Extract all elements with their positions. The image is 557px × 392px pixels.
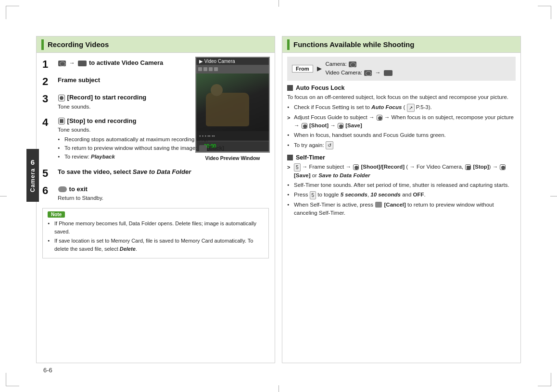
from-bar: From ▶ Camera: Video Camera: → bbox=[287, 57, 516, 81]
from-badge: From bbox=[292, 65, 313, 73]
press-key: 5 bbox=[310, 191, 316, 199]
afl-bullet-3: When in focus, handset sounds and Focus … bbox=[287, 131, 516, 139]
vcam-icon bbox=[78, 61, 87, 66]
step-3-number: 3 bbox=[42, 93, 53, 105]
from-video-camera-label: Video Camera: bbox=[326, 70, 363, 75]
note-label: Note bbox=[48, 211, 65, 218]
st-stop-icon bbox=[465, 164, 471, 170]
from-vcam-icon1 bbox=[364, 70, 372, 76]
main-content: Recording Videos ▶ Video Camera bbox=[36, 36, 521, 363]
step-6: 6 to exit Return to Standby. bbox=[42, 185, 269, 202]
note-list: If Phone memory becomes full, Data Folde… bbox=[48, 220, 264, 253]
st-bullet-1: 5 → Frame subject → [Shoot]/[Record] ( →… bbox=[287, 163, 516, 180]
self-timer-marker bbox=[287, 155, 293, 160]
chapter-tab: 6 Camera bbox=[26, 149, 39, 202]
save-icon bbox=[338, 123, 343, 129]
video-preview-screen bbox=[196, 74, 269, 131]
video-preview-icons bbox=[196, 65, 269, 74]
auto-focus-body: To focus on an off-centered subject, loc… bbox=[287, 93, 516, 102]
from-cam-icon bbox=[349, 61, 356, 67]
retry-icon: ↺ bbox=[326, 141, 333, 149]
note-box: Note If Phone memory becomes full, Data … bbox=[42, 208, 269, 258]
auto-focus-title: Auto Focus Lock bbox=[296, 85, 344, 91]
crosshair-bottom bbox=[278, 385, 279, 392]
corner-mark-tl bbox=[6, 6, 19, 19]
step-6-number: 6 bbox=[42, 185, 53, 196]
arrow: → bbox=[69, 59, 75, 67]
from-video-camera-line: Video Camera: → bbox=[326, 68, 393, 77]
right-content: From ▶ Camera: Video Camera: → bbox=[282, 53, 520, 226]
st-bullet-2: Self-Timer tone sounds. After set period… bbox=[287, 181, 516, 189]
right-panel-header: Functions Available while Shooting bbox=[282, 37, 520, 53]
from-camera-line: Camera: bbox=[326, 60, 393, 68]
step-4-number: 4 bbox=[42, 117, 53, 128]
step-6-sub: Return to Standby. bbox=[58, 194, 269, 202]
auto-focus-marker bbox=[287, 85, 293, 91]
page-ref-icon: ↗ bbox=[407, 104, 415, 112]
auto-focus-header: Auto Focus Lock bbox=[287, 85, 516, 91]
step-4-bullet-1: Recording stops automatically at maximum… bbox=[58, 135, 269, 143]
video-preview-titlebar: ▶ Video Camera bbox=[196, 58, 269, 65]
back-icon bbox=[199, 145, 207, 152]
auto-focus-section: Auto Focus Lock To focus on an off-cente… bbox=[287, 85, 516, 150]
left-panel-header: Recording Videos bbox=[37, 37, 275, 53]
corner-mark-bl bbox=[6, 373, 19, 386]
from-camera-label: Camera: bbox=[326, 61, 347, 67]
st-shoot-icon bbox=[353, 164, 359, 170]
chapter-label: Camera bbox=[29, 168, 36, 192]
afl-bullet-2: Adjust Focus Guide to subject → → When f… bbox=[287, 113, 516, 130]
timer-key: 5 bbox=[294, 163, 301, 172]
from-arrow: ▶ bbox=[317, 65, 322, 72]
focus-icon bbox=[377, 115, 382, 121]
page-number: 6-6 bbox=[43, 367, 52, 374]
page: 6 Camera 6-6 Recording Videos ▶ Video Ca… bbox=[0, 0, 557, 392]
video-preview-subject bbox=[206, 93, 249, 126]
step-4-bullet-2: To return to preview window without savi… bbox=[58, 144, 269, 152]
note-item-2: If save location is set to Memory Card, … bbox=[48, 237, 264, 253]
afl-bullet-1: Check if Focus Setting is set to Auto Fo… bbox=[287, 103, 516, 111]
afl-bullet-4: To try again: ↺ bbox=[287, 141, 516, 149]
self-timer-title: Self-Timer bbox=[296, 154, 325, 161]
left-panel: Recording Videos ▶ Video Camera bbox=[36, 36, 275, 363]
crosshair-right bbox=[550, 196, 557, 196]
corner-mark-tr bbox=[538, 6, 551, 19]
step-6-content: to exit Return to Standby. bbox=[58, 185, 269, 202]
step-5-title: To save the video, select Save to Data F… bbox=[58, 168, 269, 176]
step-5-number: 5 bbox=[42, 168, 53, 179]
cancel-back-icon bbox=[375, 202, 382, 208]
icon-dot-1 bbox=[198, 67, 202, 71]
step-4-bullets: Recording stops automatically at maximum… bbox=[58, 135, 269, 160]
left-panel-title: Recording Videos bbox=[48, 40, 109, 49]
right-panel-title: Functions Available while Shooting bbox=[293, 40, 414, 49]
st-save-icon bbox=[500, 164, 506, 170]
step-6-title: to exit bbox=[58, 185, 269, 194]
step-1-number: 1 bbox=[42, 59, 53, 70]
record-icon bbox=[58, 95, 65, 101]
chapter-number: 6 bbox=[31, 158, 35, 166]
self-timer-header: Self-Timer bbox=[287, 154, 516, 161]
step-1-text: to activate Video Camera bbox=[89, 59, 163, 66]
st-bullet-4: When Self-Timer is active, press [Cancel… bbox=[287, 201, 516, 218]
note-header: Note bbox=[48, 211, 264, 218]
stop-icon bbox=[58, 118, 65, 124]
icon-dot-4 bbox=[214, 67, 218, 71]
auto-focus-bullets: Check if Focus Setting is set to Auto Fo… bbox=[287, 103, 516, 149]
camera-icon bbox=[58, 61, 66, 66]
note-item-1: If Phone memory becomes full, Data Folde… bbox=[48, 220, 264, 235]
video-preview-title: ▶ Video Camera bbox=[199, 59, 235, 64]
right-header-bar bbox=[287, 39, 290, 50]
icon-dot-2 bbox=[203, 67, 207, 71]
self-timer-bullets: 5 → Frame subject → [Shoot]/[Record] ( →… bbox=[287, 163, 516, 217]
crosshair-top bbox=[278, 0, 279, 7]
from-content: Camera: Video Camera: → bbox=[326, 60, 393, 78]
right-panel: Functions Available while Shooting From … bbox=[282, 36, 521, 363]
end-icon bbox=[58, 186, 67, 192]
shoot-icon bbox=[302, 123, 307, 129]
corner-mark-br bbox=[538, 373, 551, 386]
step-5-content: To save the video, select Save to Data F… bbox=[58, 168, 269, 176]
icon-dot-3 bbox=[209, 67, 213, 71]
step-4-bullet-3: To review: Playback bbox=[58, 153, 269, 160]
crosshair-left bbox=[0, 196, 7, 196]
header-bar bbox=[41, 39, 44, 50]
from-vcam-icon2 bbox=[384, 70, 392, 76]
